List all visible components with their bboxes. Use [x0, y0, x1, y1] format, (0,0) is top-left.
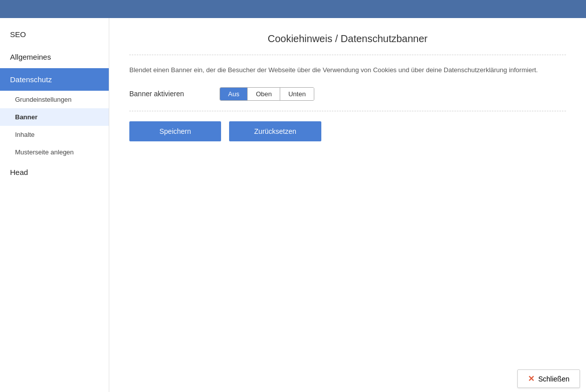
- page-title: Cookiehinweis / Datenschutzbanner: [129, 33, 566, 45]
- sidebar-item-musterseite[interactable]: Musterseite anlegen: [0, 143, 109, 161]
- sidebar: SEO Allgemeines Datenschutz Grundeinstel…: [0, 18, 109, 392]
- close-label: Schließen: [538, 375, 569, 383]
- reset-button[interactable]: Zurücksetzen: [229, 121, 321, 141]
- main-content: Cookiehinweis / Datenschutzbanner Blende…: [109, 18, 586, 392]
- description-text: Blendet einen Banner ein, der die Besuch…: [129, 65, 566, 75]
- top-bar: [0, 0, 586, 18]
- sidebar-item-inhalte[interactable]: Inhalte: [0, 126, 109, 143]
- sidebar-item-banner[interactable]: Banner: [0, 108, 109, 126]
- banner-label: Banner aktivieren: [129, 90, 220, 98]
- bottom-bar: ✕ Schließen: [0, 365, 586, 392]
- sidebar-item-datenschutz[interactable]: Datenschutz: [0, 68, 109, 91]
- toggle-group: Aus Oben Unten: [220, 87, 314, 101]
- sidebar-item-grundeinstellungen[interactable]: Grundeinstellungen: [0, 91, 109, 108]
- banner-aktivieren-row: Banner aktivieren Aus Oben Unten: [129, 87, 566, 101]
- sidebar-item-head[interactable]: Head: [0, 161, 109, 183]
- divider-bottom: [129, 111, 566, 111]
- action-buttons: Speichern Zurücksetzen: [129, 121, 566, 141]
- divider-top: [129, 55, 566, 55]
- save-button[interactable]: Speichern: [129, 121, 221, 141]
- close-icon: ✕: [528, 374, 534, 383]
- toggle-unten[interactable]: Unten: [280, 88, 314, 100]
- sidebar-item-allgemeines[interactable]: Allgemeines: [0, 46, 109, 68]
- sidebar-item-seo[interactable]: SEO: [0, 23, 109, 46]
- toggle-aus[interactable]: Aus: [220, 88, 248, 100]
- toggle-oben[interactable]: Oben: [248, 88, 280, 100]
- close-button[interactable]: ✕ Schließen: [517, 369, 580, 388]
